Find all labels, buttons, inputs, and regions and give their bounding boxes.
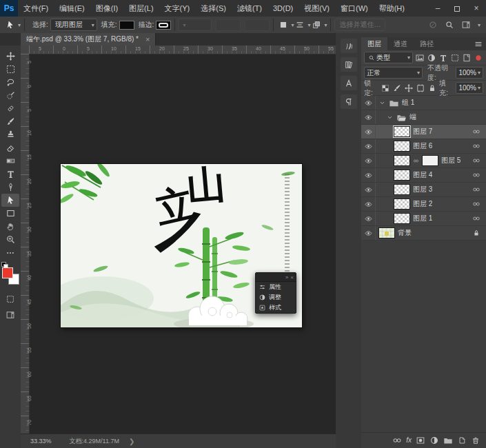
layer-name[interactable]: 图层 2 (413, 199, 432, 209)
layer-name[interactable]: 图层 1 (413, 214, 432, 223)
group-row[interactable]: 组 1 (361, 96, 486, 110)
workspace-switcher-icon[interactable] (461, 20, 471, 30)
visibility-toggle[interactable] (361, 197, 376, 211)
path-operations-button[interactable] (279, 20, 288, 30)
foreground-color-swatch[interactable] (2, 267, 13, 278)
workspace-caret[interactable]: ▾ (478, 22, 480, 28)
fill-field[interactable]: 100% ▾ (456, 82, 483, 94)
layer-mask-thumbnail[interactable] (422, 155, 438, 166)
filter-type-layers-icon[interactable] (438, 53, 448, 63)
new-layer-button[interactable] (457, 436, 467, 445)
tool-zoom[interactable] (1, 233, 19, 246)
tool-rect[interactable] (1, 207, 19, 220)
menu-item[interactable]: 选择(S) (195, 0, 232, 17)
tab-close-icon[interactable]: × (145, 35, 150, 43)
visibility-toggle[interactable] (361, 96, 376, 110)
maximize-button[interactable] (447, 0, 467, 17)
lock-pixels-icon[interactable] (392, 83, 402, 93)
select-scope-dropdown[interactable]: 现用图层 ▾ (50, 19, 97, 31)
paragraph-panel-button[interactable] (341, 94, 357, 109)
tool-path-select[interactable] (1, 194, 19, 207)
visibility-toggle[interactable] (361, 139, 376, 153)
edit-toolbar-button[interactable] (1, 246, 19, 259)
lock-position-icon[interactable] (404, 83, 414, 93)
floating-panel-item[interactable]: 调整 (256, 292, 296, 303)
layer-name[interactable]: 背景 (398, 228, 412, 238)
layer-thumbnail[interactable] (394, 155, 410, 166)
search-icon[interactable] (445, 20, 454, 30)
mask-link-icon[interactable] (413, 158, 419, 164)
menu-item[interactable]: 图像(I) (90, 0, 123, 17)
status-options-arrow[interactable]: ❯ (129, 438, 134, 445)
panel-tab-inactive[interactable]: 通道 (387, 37, 414, 50)
screen-mode-button[interactable] (1, 308, 19, 321)
menu-item[interactable]: 帮助(H) (374, 0, 410, 17)
filter-type-dropdown[interactable]: 类型 ▾ (364, 52, 413, 63)
tool-quick-select[interactable] (1, 89, 19, 102)
tool-pen[interactable] (1, 181, 19, 194)
visibility-toggle[interactable] (361, 125, 376, 139)
new-group-button[interactable] (443, 436, 453, 445)
tool-lasso[interactable] (1, 76, 19, 89)
lock-transparency-icon[interactable] (381, 83, 390, 93)
layer-thumbnail[interactable] (394, 198, 410, 210)
panel-menu-icon[interactable] (471, 37, 486, 50)
lock-all-icon[interactable] (427, 83, 437, 93)
menu-item[interactable]: 滤镜(T) (232, 0, 267, 17)
filter-toggle-icon[interactable] (474, 53, 483, 63)
menu-item[interactable]: 文件(F) (18, 0, 54, 17)
brushes-panel-button[interactable] (341, 39, 357, 53)
menu-item[interactable]: 编辑(E) (54, 0, 90, 17)
close-button[interactable]: × (467, 0, 486, 17)
fill-swatch[interactable] (119, 21, 134, 30)
tool-heal[interactable] (1, 102, 19, 115)
layer-row[interactable]: 图层 4 (361, 168, 486, 183)
layer-row[interactable]: 图层 5 (361, 154, 486, 168)
menu-item[interactable]: 视图(V) (298, 0, 335, 17)
tool-preset-caret[interactable]: ▾ (18, 22, 21, 28)
visibility-toggle[interactable] (361, 183, 376, 196)
layer-name[interactable]: 图层 5 (441, 156, 460, 165)
layer-name[interactable]: 组 1 (402, 98, 414, 108)
layer-name[interactable]: 图层 3 (413, 185, 432, 194)
lock-artboard-icon[interactable] (416, 83, 425, 93)
collapse-icon[interactable]: » (285, 274, 288, 281)
chevron-down-icon[interactable] (378, 99, 386, 107)
layer-name[interactable]: 图层 4 (413, 170, 432, 180)
add-adjustment-button[interactable] (429, 436, 439, 445)
tool-type-glyph[interactable] (1, 167, 19, 181)
menu-item[interactable]: 图层(L) (123, 0, 159, 17)
layer-thumbnail[interactable] (394, 213, 410, 224)
layer-row[interactable]: 图层 6 (361, 139, 486, 154)
tool-hand[interactable] (1, 220, 19, 233)
visibility-toggle[interactable] (361, 212, 376, 225)
path-arrange-button[interactable] (312, 20, 321, 30)
layer-name[interactable]: 图层 7 (413, 127, 432, 136)
tool-eraser[interactable] (1, 141, 19, 154)
link-layers-button[interactable] (392, 436, 402, 445)
add-mask-button[interactable] (416, 436, 425, 445)
character-panel-button[interactable] (341, 76, 357, 90)
panel-tab-active[interactable]: 图层 (361, 37, 387, 50)
layer-row[interactable]: 图层 2 (361, 197, 486, 212)
floating-panel-header[interactable]: » × (256, 273, 296, 282)
layer-name[interactable]: 端 (409, 112, 416, 122)
blend-mode-dropdown[interactable]: 正常 ▾ (364, 67, 423, 79)
visibility-toggle[interactable] (361, 226, 376, 240)
minimize-button[interactable]: – (428, 0, 447, 17)
opacity-field[interactable]: 100% ▾ (456, 67, 483, 79)
panel-tab-inactive[interactable]: 路径 (414, 37, 440, 50)
canvas-viewport[interactable]: 山 立 » × 属性调整样式 (29, 54, 336, 434)
tool-stamp[interactable] (1, 128, 19, 141)
menu-item[interactable]: 窗口(W) (335, 0, 374, 17)
layer-thumbnail[interactable] (394, 184, 410, 195)
tool-gradient[interactable] (1, 154, 19, 167)
layer-row[interactable]: 图层 1 (361, 212, 486, 226)
layer-row[interactable]: 图层 7 (361, 125, 486, 139)
layer-name[interactable]: 图层 6 (413, 141, 432, 151)
quick-mask-button[interactable] (1, 292, 19, 305)
libraries-panel-button[interactable] (341, 57, 357, 72)
layer-style-button[interactable]: fx (406, 437, 412, 444)
floating-panel-item[interactable]: 属性 (256, 282, 296, 292)
layer-thumbnail[interactable] (394, 126, 410, 137)
